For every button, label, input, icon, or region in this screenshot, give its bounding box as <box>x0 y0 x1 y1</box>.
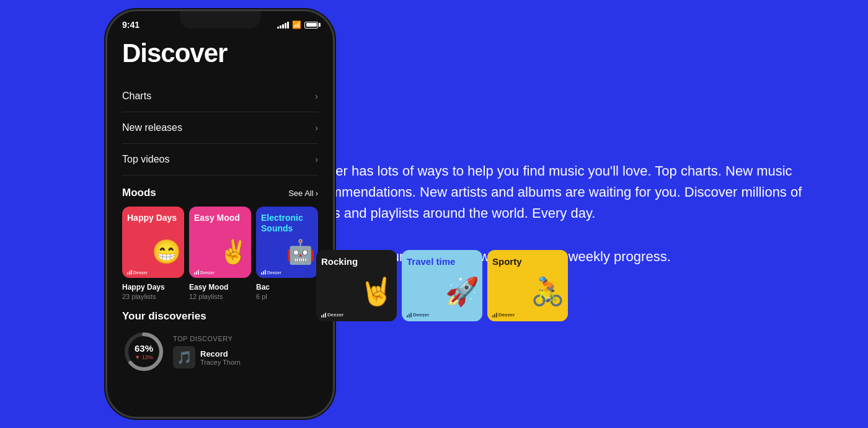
ext-mood-card-title: Rocking <box>321 256 392 267</box>
discovery-info: Record Tracey Thorn <box>200 349 241 366</box>
discovery-artist: Tracey Thorn <box>200 359 241 366</box>
see-all-label: See All <box>288 189 313 198</box>
mood-cards-container: Happy Days 😁 Deezer E <box>107 207 318 278</box>
ext-deezer-label: Deezer <box>498 312 515 318</box>
ext-mood-card-emoji: 🚴 <box>531 275 565 308</box>
moods-header: Moods See All › <box>122 187 318 199</box>
ext-deezer-badge: Deezer <box>407 312 429 318</box>
menu-item-new-releases[interactable]: New releases › <box>122 112 318 144</box>
playlist-info-happy: Happy Days 23 playlists <box>122 283 184 300</box>
ext-deezer-label: Deezer <box>413 312 429 318</box>
mood-card-emoji: ✌️ <box>219 238 248 265</box>
deezer-logo-icon <box>492 313 497 318</box>
discovery-item: 🎵 Record Tracey Thorn <box>173 346 318 368</box>
mood-card-emoji: 😁 <box>152 238 181 265</box>
menu-item-charts[interactable]: Charts › <box>122 81 318 112</box>
deezer-badge: Deezer <box>194 270 215 275</box>
deezer-logo-icon <box>321 313 326 318</box>
deezer-badge-label: Deezer <box>200 270 215 275</box>
chevron-right-icon: › <box>315 154 318 164</box>
playlist-name: Happy Days <box>122 283 184 292</box>
deezer-logo-icon <box>407 313 412 318</box>
discovery-thumb: 🎵 <box>173 346 195 368</box>
ext-mood-card-travel[interactable]: Travel time 🚀 Deezer <box>402 250 482 321</box>
ext-mood-card-emoji: 🚀 <box>445 275 479 308</box>
battery-icon <box>304 22 318 29</box>
playlist-info-easy: Easy Mood 12 playlists <box>189 283 251 300</box>
deezer-logo-icon <box>127 270 132 275</box>
see-all-chevron-icon: › <box>316 189 318 198</box>
discovery-thumb-emoji: 🎵 <box>177 350 192 365</box>
ext-deezer-badge: Deezer <box>492 312 515 318</box>
circle-sub: ▼ 13% <box>135 354 153 360</box>
chevron-right-icon: › <box>315 123 318 133</box>
mood-card-title: Easy Mood <box>194 213 246 223</box>
mood-card-easy-mood[interactable]: Easy Mood ✌️ Deezer <box>189 207 251 278</box>
menu-item-new-releases-label: New releases <box>122 122 182 133</box>
app-content: Discover Charts › New releases › Top vid… <box>107 32 333 411</box>
playlist-row: Happy Days 23 playlists Easy Mood 12 pla… <box>122 283 318 300</box>
mood-card-happy-days[interactable]: Happy Days 😁 Deezer <box>122 207 184 278</box>
top-discovery-label: Top discovery <box>173 335 318 342</box>
deezer-badge: Deezer <box>127 270 148 275</box>
ext-mood-card-emoji: 🤘 <box>360 275 394 308</box>
playlist-info-bac: Bac 6 pl <box>256 283 318 300</box>
discoveries-row: 63% ▼ 13% Top discovery 🎵 <box>122 330 318 373</box>
deezer-badge-label: Deezer <box>267 270 281 275</box>
deezer-badge-label: Deezer <box>133 270 148 275</box>
playlist-count: 6 pl <box>256 293 318 300</box>
menu-item-top-videos[interactable]: Top videos › <box>122 144 318 176</box>
phone-mockup: 9:41 📶 Discover <box>105 9 335 419</box>
deezer-logo-icon <box>261 270 266 275</box>
phone-notch <box>180 11 260 29</box>
playlist-count: 23 playlists <box>122 293 184 300</box>
ext-mood-card-sporty[interactable]: Sporty 🚴 Deezer <box>487 250 568 321</box>
top-discovery: Top discovery 🎵 Record Tracey Thorn <box>173 335 318 368</box>
wifi-icon: 📶 <box>292 20 301 29</box>
ext-mood-card-title: Sporty <box>492 256 563 267</box>
mood-card-title: Happy Days <box>127 213 179 223</box>
app-title: Discover <box>122 38 318 68</box>
mood-card-title: Electronic Sounds <box>261 213 313 234</box>
phone-screen: 9:41 📶 Discover <box>107 11 333 417</box>
discovery-name: Record <box>200 349 241 359</box>
circle-progress: 63% ▼ 13% <box>122 330 166 373</box>
ext-deezer-badge: Deezer <box>321 312 343 318</box>
discoveries-section: Your discoveries 63% ▼ 13% <box>122 310 318 373</box>
discoveries-title: Your discoveries <box>122 310 318 323</box>
chevron-right-icon: › <box>315 91 318 101</box>
circle-text: 63% ▼ 13% <box>135 343 153 360</box>
ext-mood-card-title: Travel time <box>407 256 477 267</box>
mood-card-emoji: 🤖 <box>286 238 315 265</box>
see-all-button[interactable]: See All › <box>288 189 318 198</box>
deezer-logo-icon <box>194 270 199 275</box>
ext-mood-card-rocking[interactable]: Rocking 🤘 Deezer <box>316 250 397 321</box>
signal-bars-icon <box>277 22 289 29</box>
moods-title: Moods <box>122 187 156 199</box>
menu-item-charts-label: Charts <box>122 91 151 102</box>
menu-item-top-videos-label: Top videos <box>122 154 170 165</box>
playlist-count: 12 playlists <box>189 293 251 300</box>
playlist-name: Bac <box>256 283 318 292</box>
mood-card-electronic[interactable]: Electronic Sounds 🤖 Deezer <box>256 207 318 278</box>
external-mood-cards: Rocking 🤘 Deezer Travel time 🚀 Deezer Sp… <box>316 250 568 321</box>
description-text: Deezer has lots of ways to help you find… <box>304 161 818 224</box>
status-icons: 📶 <box>277 20 318 29</box>
phone-shell: 9:41 📶 Discover <box>105 9 335 419</box>
deezer-badge: Deezer <box>261 270 281 275</box>
circle-percent: 63% <box>135 343 153 354</box>
ext-deezer-label: Deezer <box>327 312 343 318</box>
status-time: 9:41 <box>122 20 140 30</box>
playlist-name: Easy Mood <box>189 283 251 292</box>
